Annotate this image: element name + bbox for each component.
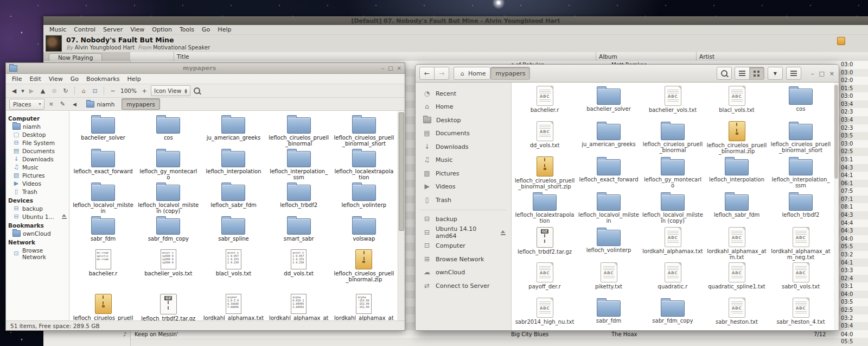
- file-item[interactable]: asset e1 0.0571 0.1531 0.230blacl_vols.t…: [201, 249, 266, 294]
- file-item[interactable]: alpha0.019 21.009952.00992lordkahl_alpha…: [266, 294, 331, 320]
- close-button[interactable]: ×: [397, 65, 401, 71]
- sidebar-item-videos[interactable]: ▶Videos: [416, 180, 511, 194]
- file-item[interactable]: ABCsabr0_vols.txt: [769, 262, 833, 298]
- file-item[interactable]: lefloch_localextrapolation: [331, 148, 397, 182]
- file-item[interactable]: lefloch_localextrapolation: [513, 192, 577, 227]
- file-item[interactable]: ABCpiketty.txt: [577, 262, 641, 298]
- menu-item-file[interactable]: File: [8, 76, 25, 83]
- file-item[interactable]: lefloch_localvol_milstein: [71, 182, 136, 216]
- sidebar-item-owncloud[interactable]: ownCloud: [6, 229, 69, 237]
- file-item[interactable]: asset e1 0.0571 0.1531 0.230dd_vols.txt: [266, 249, 331, 294]
- file-item[interactable]: lefloch_ciruelos_pruell_binormal: [266, 115, 331, 148]
- view-options-button[interactable]: ▼: [768, 67, 783, 80]
- file-item[interactable]: ABCquadratic_spline1.txt: [705, 262, 769, 298]
- file-item[interactable]: cos: [769, 86, 833, 121]
- vertical-scrollbar[interactable]: [398, 111, 405, 320]
- sidebar-item-music[interactable]: ♫Music: [6, 163, 69, 171]
- forward-button[interactable]: ▶: [27, 86, 36, 96]
- file-item[interactable]: lefloch_exact_forward: [71, 148, 136, 182]
- close-sidebar-button[interactable]: ×: [47, 100, 55, 108]
- file-item[interactable]: lefloch_ciruelos_pruell_binormal.zip: [705, 121, 769, 156]
- file-item[interactable]: lefloch_interpolation: [705, 156, 769, 192]
- file-item[interactable]: lefloch_trbdf2: [769, 192, 833, 227]
- column-header-album[interactable]: Album: [596, 52, 698, 61]
- places-dropdown[interactable]: Places ▾: [9, 99, 44, 110]
- menu-button[interactable]: [786, 67, 801, 80]
- zoom-out-button[interactable]: −: [108, 86, 118, 96]
- file-item[interactable]: lefloch_localvol_milstein (copy): [641, 192, 705, 227]
- sidebar-item-ubuntu-14-10-amd64[interactable]: ⊟Ubuntu 14.10 amd64: [416, 226, 511, 240]
- file-item[interactable]: lefloch_trbdf2: [266, 182, 331, 216]
- file-item[interactable]: lefloch_ciruelos_pruell_binormal_short: [331, 115, 397, 148]
- file-item[interactable]: bachelier_solver: [577, 86, 641, 121]
- sidebar-item-downloads[interactable]: ↓Downloads: [416, 140, 511, 154]
- sidebar-item-videos[interactable]: ▶Videos: [6, 179, 69, 187]
- sidebar-item-desktop[interactable]: Desktop: [416, 114, 511, 127]
- menu-item-help[interactable]: Help: [124, 76, 145, 83]
- sidebar-item-recent[interactable]: ◔Recent: [416, 87, 511, 100]
- maximize-button[interactable]: □: [388, 65, 393, 71]
- zoom-in-button[interactable]: +: [139, 86, 149, 96]
- back-history-dropdown[interactable]: ▾: [21, 86, 25, 96]
- status-icon[interactable]: [837, 37, 845, 45]
- scrollbar-thumb[interactable]: [399, 112, 404, 231]
- view-mode-select[interactable]: Icon View ▲▼: [151, 85, 190, 96]
- file-item[interactable]: lefloch_sabr_fdm: [705, 192, 769, 227]
- file-item[interactable]: m<-readqplot(em<-readbachelier.r: [71, 249, 136, 294]
- up-button[interactable]: ▲: [38, 86, 48, 96]
- file-item[interactable]: ABCsabr_heston.txt: [705, 298, 769, 330]
- sidebar-item-downloads[interactable]: ↓Downloads: [6, 155, 69, 163]
- left-window-titlebar[interactable]: mypapers – □ ×: [6, 63, 405, 74]
- file-item[interactable]: ABCblacl_vols.txt: [705, 86, 769, 121]
- path-button-home[interactable]: ⌂ Home: [454, 67, 490, 80]
- back-button[interactable]: ◀: [9, 86, 19, 96]
- menu-item-edit[interactable]: Edit: [25, 76, 44, 83]
- file-item[interactable]: sabr_spline: [201, 216, 266, 249]
- sidebar-item-trash[interactable]: ▯Trash: [6, 187, 69, 196]
- refresh-button[interactable]: ↻: [61, 86, 71, 96]
- file-item[interactable]: lefloch_localvol_milstein (copy): [136, 182, 201, 216]
- stop-button[interactable]: ⊘: [49, 86, 59, 96]
- file-item[interactable]: lefloch_localvol_milstein: [577, 192, 641, 227]
- menu-item-bookmarks[interactable]: Bookmarks: [82, 76, 123, 83]
- file-item[interactable]: lefloch_ciruelos_pruell_binormal_short.z…: [71, 294, 136, 320]
- eject-icon[interactable]: [501, 230, 506, 235]
- edit-location-button[interactable]: ✎: [58, 99, 67, 109]
- eject-icon[interactable]: [62, 214, 67, 219]
- back-button[interactable]: ←: [419, 67, 435, 80]
- file-item[interactable]: asset esp500 0sp500 0sp500 0bachelier_vo…: [136, 249, 201, 294]
- home-button[interactable]: ⌂: [79, 86, 88, 96]
- vertical-scrollbar[interactable]: [834, 83, 839, 330]
- sidebar-item-owncloud[interactable]: ☁ownCloud: [416, 266, 511, 280]
- sidebar-item-desktop[interactable]: ▢Desktop: [6, 130, 69, 139]
- file-item[interactable]: lefloch_gy_montecarlo: [136, 148, 201, 182]
- file-item[interactable]: lefloch_interpolation: [201, 148, 266, 182]
- file-item[interactable]: lefloch_ciruelos_pruell_binormal_short.z…: [513, 156, 577, 192]
- sidebar-item-backup[interactable]: ⊟backup: [6, 204, 69, 212]
- breadcrumb-current[interactable]: mypapers: [122, 98, 159, 110]
- file-item[interactable]: GZlefloch_trbdf2.tar.gz: [513, 227, 577, 262]
- file-item[interactable]: ABClordkahl_alphamax_atm_neg.txt: [769, 227, 833, 262]
- album-art[interactable]: [46, 35, 62, 52]
- artist-name[interactable]: Alvin Youngblood Hart: [75, 45, 135, 51]
- scrollbar-thumb[interactable]: [834, 85, 838, 179]
- file-item[interactable]: lefloch_sabr_fdm: [201, 182, 266, 216]
- minimize-button[interactable]: –: [811, 70, 814, 77]
- file-item[interactable]: ABCbachelier.r: [513, 86, 577, 121]
- sidebar-item-niamh[interactable]: niamh: [6, 122, 69, 130]
- file-item[interactable]: ABCsabr_heston_4.txt: [769, 298, 833, 330]
- computer-button[interactable]: ⊡: [90, 86, 100, 96]
- album-name[interactable]: Motivational Speaker: [153, 45, 210, 51]
- menu-item-view[interactable]: View: [126, 26, 148, 33]
- menu-item-go[interactable]: Go: [198, 26, 214, 33]
- file-item[interactable]: lefloch_exact_forward: [577, 156, 641, 192]
- sidebar-item-documents[interactable]: ▤Documents: [416, 127, 511, 141]
- menu-item-server[interactable]: Server: [99, 26, 126, 33]
- file-item[interactable]: bachelier_solver: [71, 115, 136, 148]
- sidebar-item-browse-network[interactable]: ⊡Browse Network: [6, 246, 69, 261]
- sidebar-item-documents[interactable]: ▤Documents: [6, 147, 69, 155]
- sidebar-item-backup[interactable]: ⊟backup: [416, 213, 511, 227]
- file-item[interactable]: alpha-153.99-152.99-151.99lordkahl_alpha…: [331, 294, 397, 320]
- file-item[interactable]: smart_sabr: [266, 216, 331, 249]
- search-button[interactable]: [717, 67, 732, 80]
